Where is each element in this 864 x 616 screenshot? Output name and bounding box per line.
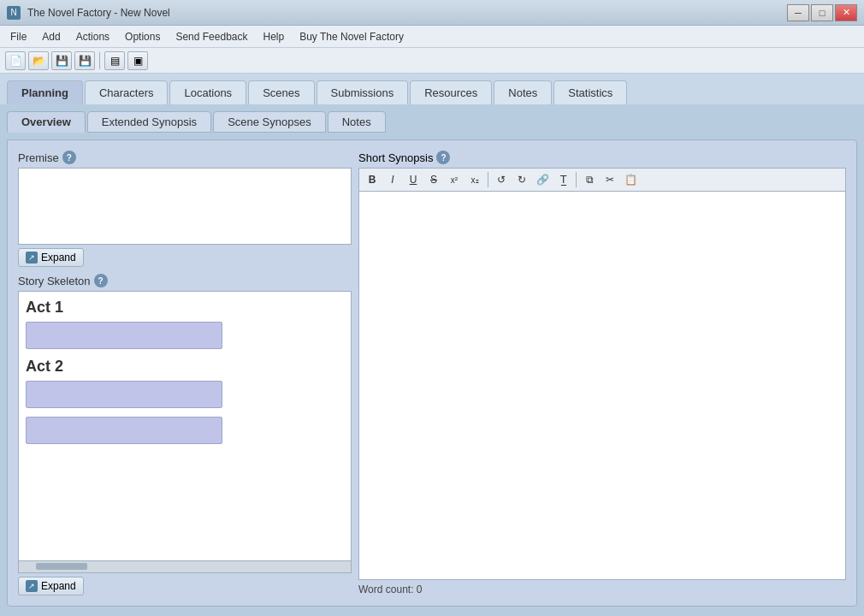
redo-button[interactable]: ↻	[512, 171, 531, 188]
word-count: Word count: 0	[358, 583, 846, 595]
menu-actions[interactable]: Actions	[69, 29, 116, 44]
short-synopsis-header: Short Synopsis ?	[358, 151, 846, 164]
bold-button[interactable]: B	[363, 171, 382, 188]
rich-text-toolbar: B I U S x² x₂ ↺ ↻ 🔗 T̲ ⧉ ✂ 📋	[358, 168, 846, 191]
tab-submissions[interactable]: Submissions	[317, 80, 409, 104]
menu-options[interactable]: Options	[118, 29, 167, 44]
skeleton-container: Act 1 Act 2	[18, 291, 352, 573]
sub-tab-overview[interactable]: Overview	[7, 111, 86, 133]
left-panel: Premise ? ↗ Expand Story Skeleton ? Act …	[18, 151, 352, 595]
premise-textarea[interactable]	[18, 168, 352, 245]
save-button[interactable]: 💾	[51, 51, 72, 70]
skeleton-scroll-area[interactable]: Act 1 Act 2	[19, 292, 351, 560]
clear-format-button[interactable]: T̲	[553, 171, 572, 188]
story-skeleton-label: Story Skeleton ?	[18, 274, 352, 287]
subscript-button[interactable]: x₂	[465, 171, 484, 188]
tab-locations[interactable]: Locations	[169, 80, 246, 104]
underline-button[interactable]: U	[404, 171, 423, 188]
story-skeleton-section: Story Skeleton ? Act 1 Act 2	[18, 274, 352, 595]
rich-toolbar-sep2	[576, 172, 577, 187]
expand-icon: ↗	[26, 252, 38, 264]
right-panel: Short Synopsis ? B I U S x² x₂ ↺ ↻ 🔗 T̲ …	[358, 151, 846, 595]
act1-box[interactable]	[26, 322, 222, 349]
close-button[interactable]: ✕	[835, 4, 857, 21]
grid-button[interactable]: ▣	[127, 51, 148, 70]
app-icon: N	[7, 6, 21, 20]
cut-button[interactable]: ✂	[601, 171, 619, 188]
premise-section: Premise ? ↗ Expand	[18, 151, 352, 267]
restore-button[interactable]: □	[811, 4, 833, 21]
tab-planning[interactable]: Planning	[7, 80, 83, 104]
h-scroll-thumb	[36, 563, 87, 570]
paste-button[interactable]: 📋	[621, 171, 640, 188]
main-tabs: Planning Characters Locations Scenes Sub…	[0, 74, 864, 104]
synopsis-editor[interactable]	[358, 191, 846, 580]
toolbar: 📄 📂 💾 💾 ▤ ▣	[0, 48, 864, 74]
act2-box1[interactable]	[26, 381, 222, 408]
act2-label: Act 2	[26, 358, 344, 376]
tab-statistics[interactable]: Statistics	[553, 80, 627, 104]
menu-send-feedback[interactable]: Send Feedback	[169, 29, 254, 44]
toolbar-separator	[99, 52, 100, 69]
content-area: Overview Extended Synopsis Scene Synopse…	[0, 104, 864, 616]
superscript-button[interactable]: x²	[445, 171, 464, 188]
skeleton-help-icon[interactable]: ?	[94, 274, 108, 287]
window-title: The Novel Factory - New Novel	[27, 7, 170, 19]
sub-tab-extended-synopsis[interactable]: Extended Synopsis	[87, 111, 211, 133]
synopsis-help-icon[interactable]: ?	[436, 151, 450, 164]
menu-file[interactable]: File	[3, 29, 33, 44]
open-button[interactable]: 📂	[28, 51, 49, 70]
premise-help-icon[interactable]: ?	[62, 151, 76, 164]
minimize-button[interactable]: ─	[787, 4, 809, 21]
undo-button[interactable]: ↺	[492, 171, 511, 188]
title-bar: N The Novel Factory - New Novel ─ □ ✕	[0, 0, 864, 26]
layout-button[interactable]: ▤	[104, 51, 125, 70]
menu-help[interactable]: Help	[256, 29, 291, 44]
save-as-button[interactable]: 💾	[74, 51, 95, 70]
sub-tab-scene-synopses[interactable]: Scene Synopses	[213, 111, 326, 133]
skeleton-expand-icon: ↗	[26, 580, 38, 592]
act1-label: Act 1	[26, 299, 344, 317]
menu-add[interactable]: Add	[35, 29, 67, 44]
short-synopsis-label: Short Synopsis	[358, 151, 433, 164]
tab-resources[interactable]: Resources	[410, 80, 492, 104]
premise-expand-button[interactable]: ↗ Expand	[18, 248, 84, 267]
rich-toolbar-sep1	[488, 172, 488, 187]
title-bar-buttons: ─ □ ✕	[787, 4, 857, 21]
premise-label: Premise ?	[18, 151, 352, 164]
panels-container: Premise ? ↗ Expand Story Skeleton ? Act …	[7, 139, 857, 607]
strikethrough-button[interactable]: S	[424, 171, 443, 188]
skeleton-expand-button[interactable]: ↗ Expand	[18, 577, 84, 595]
italic-button[interactable]: I	[383, 171, 402, 188]
horizontal-scrollbar[interactable]	[19, 560, 351, 572]
tab-notes[interactable]: Notes	[494, 80, 552, 104]
menu-bar: File Add Actions Options Send Feedback H…	[0, 26, 864, 48]
sub-tab-notes[interactable]: Notes	[328, 111, 386, 133]
menu-buy[interactable]: Buy The Novel Factory	[293, 29, 411, 44]
sub-tabs: Overview Extended Synopsis Scene Synopse…	[7, 111, 857, 133]
copy-button[interactable]: ⧉	[580, 171, 599, 188]
link-button[interactable]: 🔗	[533, 171, 552, 188]
new-button[interactable]: 📄	[5, 51, 26, 70]
tab-characters[interactable]: Characters	[85, 80, 169, 104]
title-bar-left: N The Novel Factory - New Novel	[7, 6, 170, 20]
tab-scenes[interactable]: Scenes	[248, 80, 314, 104]
act2-box2[interactable]	[26, 417, 222, 444]
